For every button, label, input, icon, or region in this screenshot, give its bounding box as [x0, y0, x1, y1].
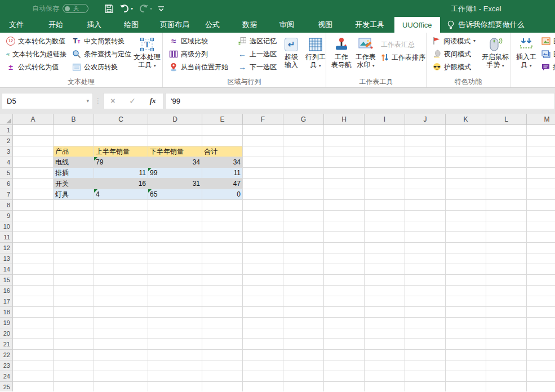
text-to-number-button[interactable]: 12 文本转化为数值	[3, 34, 69, 47]
cell-A25[interactable]	[13, 382, 54, 391]
cell-I5[interactable]	[365, 168, 405, 179]
cell-K19[interactable]	[446, 318, 486, 328]
cell-F21[interactable]	[243, 339, 283, 350]
cell-I18[interactable]	[365, 307, 405, 318]
picture-tool-button[interactable]: 图	[539, 34, 555, 47]
cell-B8[interactable]	[54, 200, 94, 211]
tab-insert[interactable]: 插入	[79, 17, 109, 33]
column-header-D[interactable]: D	[148, 114, 202, 125]
cell-I10[interactable]	[365, 221, 405, 232]
cell-G14[interactable]	[283, 264, 324, 275]
cell-C23[interactable]	[94, 360, 148, 371]
name-box-dropdown-icon[interactable]: ▾	[86, 98, 89, 104]
cell-J25[interactable]	[405, 382, 446, 391]
cell-F9[interactable]	[243, 211, 283, 221]
cell-B19[interactable]	[54, 318, 94, 328]
cell-C19[interactable]	[94, 318, 148, 328]
cell-F6[interactable]	[243, 179, 283, 189]
cell-K9[interactable]	[446, 211, 486, 221]
cell-A19[interactable]	[13, 318, 54, 328]
cell-F17[interactable]	[243, 296, 283, 307]
column-header-C[interactable]: C	[94, 114, 148, 125]
cell-C10[interactable]	[94, 221, 148, 232]
cell-H18[interactable]	[324, 307, 365, 318]
cell-M3[interactable]	[527, 146, 555, 157]
cell-E21[interactable]	[202, 339, 243, 350]
cell-B23[interactable]	[54, 360, 94, 371]
cell-H8[interactable]	[324, 200, 365, 211]
cell-A10[interactable]	[13, 221, 54, 232]
tab-data[interactable]: 数据	[234, 17, 265, 33]
cell-D3[interactable]: 下半年销量	[148, 146, 202, 157]
cell-I6[interactable]	[365, 179, 405, 189]
cell-F19[interactable]	[243, 318, 283, 328]
range-compare-button[interactable]: ≈ 区域比较	[166, 34, 235, 47]
cell-I15[interactable]	[365, 275, 405, 286]
cell-I21[interactable]	[365, 339, 405, 350]
column-header-B[interactable]: B	[54, 114, 94, 125]
cell-D5[interactable]: 99	[148, 168, 202, 179]
cell-J9[interactable]	[405, 211, 446, 221]
cell-I23[interactable]	[365, 360, 405, 371]
cell-E12[interactable]	[202, 243, 243, 253]
cell-D16[interactable]	[148, 286, 202, 296]
cell-C1[interactable]	[94, 125, 148, 136]
cell-L10[interactable]	[486, 221, 527, 232]
cell-B16[interactable]	[54, 286, 94, 296]
cell-G3[interactable]	[283, 146, 324, 157]
cell-D17[interactable]	[148, 296, 202, 307]
cell-L2[interactable]	[486, 136, 527, 146]
cell-C9[interactable]	[94, 211, 148, 221]
row-header-23[interactable]: 23	[0, 360, 13, 371]
cell-J10[interactable]	[405, 221, 446, 232]
cell-G9[interactable]	[283, 211, 324, 221]
cell-I9[interactable]	[365, 211, 405, 221]
cell-M20[interactable]	[527, 328, 555, 339]
column-header-L[interactable]: L	[486, 114, 527, 125]
previous-selection-button[interactable]: ← 上一选区	[235, 47, 279, 60]
cell-A18[interactable]	[13, 307, 54, 318]
cell-K23[interactable]	[446, 360, 486, 371]
cell-C7[interactable]: 4	[94, 189, 148, 200]
cell-B9[interactable]	[54, 211, 94, 221]
cell-L16[interactable]	[486, 286, 527, 296]
cell-D18[interactable]	[148, 307, 202, 318]
cell-D22[interactable]	[148, 350, 202, 360]
cell-E11[interactable]	[202, 232, 243, 243]
cell-M7[interactable]	[527, 189, 555, 200]
cell-B12[interactable]	[54, 243, 94, 253]
undo-dropdown-icon[interactable]: ▾	[131, 6, 133, 11]
row-header-19[interactable]: 19	[0, 318, 13, 328]
insert-tools-button[interactable]: 插入工 具 ▾	[514, 34, 539, 78]
row-header-1[interactable]: 1	[0, 125, 13, 136]
cell-D10[interactable]	[148, 221, 202, 232]
cell-C5[interactable]: 11	[94, 168, 148, 179]
cell-M13[interactable]	[527, 253, 555, 264]
cell-I25[interactable]	[365, 382, 405, 391]
cell-G20[interactable]	[283, 328, 324, 339]
cell-J7[interactable]	[405, 189, 446, 200]
cell-J13[interactable]	[405, 253, 446, 264]
cell-L18[interactable]	[486, 307, 527, 318]
tab-review[interactable]: 审阅	[272, 17, 302, 33]
cell-L12[interactable]	[486, 243, 527, 253]
cell-J3[interactable]	[405, 146, 446, 157]
cancel-icon[interactable]: ×	[110, 96, 115, 105]
column-header-I[interactable]: I	[365, 114, 405, 125]
cell-C25[interactable]	[94, 382, 148, 391]
row-header-4[interactable]: 4	[0, 157, 13, 168]
row-header-11[interactable]: 11	[0, 232, 13, 243]
cell-L24[interactable]	[486, 371, 527, 382]
cell-E2[interactable]	[202, 136, 243, 146]
cell-B4[interactable]: 电线	[54, 157, 94, 168]
cell-A8[interactable]	[13, 200, 54, 211]
cell-L25[interactable]	[486, 382, 527, 391]
advanced-split-button[interactable]: 高级分列	[166, 47, 235, 60]
row-header-22[interactable]: 22	[0, 350, 13, 360]
cell-D19[interactable]	[148, 318, 202, 328]
cell-L15[interactable]	[486, 275, 527, 286]
row-header-7[interactable]: 7	[0, 189, 13, 200]
redo-dropdown-icon[interactable]: ▾	[150, 6, 152, 11]
cell-B2[interactable]	[54, 136, 94, 146]
cell-A7[interactable]	[13, 189, 54, 200]
